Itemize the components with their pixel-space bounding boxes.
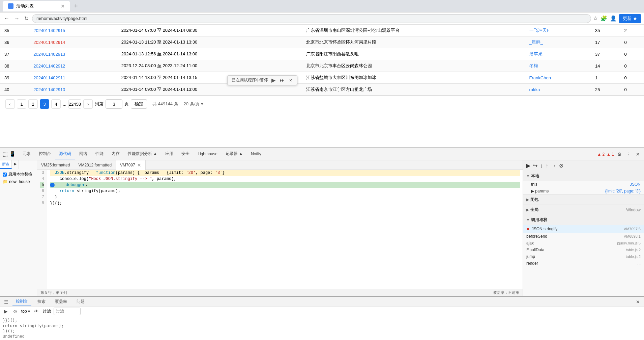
tab-lighthouse[interactable]: Lighthouse: [194, 150, 222, 159]
console-filter-input[interactable]: [54, 308, 81, 315]
author-link[interactable]: 冬梅: [529, 63, 538, 68]
address-bar[interactable]: m/home/activity/page.html: [32, 14, 591, 23]
console-visibility-button[interactable]: 👁: [33, 308, 40, 315]
profile-icon[interactable]: 👤: [610, 15, 617, 22]
author-link[interactable]: 一飞冲天F: [529, 28, 550, 33]
new-tab-button[interactable]: +: [71, 1, 81, 11]
devtools-close-button[interactable]: ✕: [635, 151, 641, 158]
scope-local-header[interactable]: ▼ 本地: [523, 171, 644, 181]
call-stack-item-5[interactable]: render ...: [523, 260, 644, 267]
debug-tooltip: 已在调试程序中暂停 ▶ ⏭ ✕: [227, 75, 297, 85]
tab-sources[interactable]: 源代码: [55, 149, 75, 159]
back-button[interactable]: ←: [3, 14, 11, 23]
page-3-button[interactable]: 3: [40, 99, 49, 109]
table-row: 36 2024011402914 2024-01-13 11:20 至 2024…: [0, 36, 644, 48]
activity-id-link[interactable]: 2024011402915: [33, 28, 65, 33]
step-out-button[interactable]: ↑: [545, 162, 549, 169]
sources-tab-expand[interactable]: ▶: [12, 160, 19, 169]
call-stack-header[interactable]: ▼ 调用堆栈: [523, 215, 644, 225]
activity-id-link[interactable]: 2024011402911: [33, 75, 65, 80]
local-override-checkbox[interactable]: [3, 173, 7, 177]
search-tab[interactable]: 搜索: [34, 297, 49, 306]
page-4-button[interactable]: 4: [51, 99, 61, 109]
active-tab[interactable]: 活动列表 ✕: [3, 1, 70, 11]
devtools-device-icon[interactable]: 📱: [9, 151, 16, 157]
tab-network[interactable]: 网络: [75, 149, 91, 159]
sources-tab-breakpoints[interactable]: 断点: [0, 160, 12, 169]
debug-tooltip-text: 已在调试程序中暂停: [232, 77, 268, 83]
step-button[interactable]: →: [550, 162, 557, 169]
console-sidebar-button[interactable]: ☰: [3, 298, 10, 305]
editor-tabs: VM25:formatted VM2812:formatted VM7097 ✕: [37, 160, 523, 170]
page-confirm-button[interactable]: 确定: [131, 99, 147, 109]
page-1-button[interactable]: 1: [17, 99, 26, 109]
tab-application[interactable]: 应用: [161, 149, 177, 159]
tab-memory[interactable]: 内存: [108, 149, 124, 159]
devtools-more-button[interactable]: ⋮: [625, 151, 633, 158]
folder-label: new_house: [9, 179, 30, 184]
scope-global-header[interactable]: ▶ 全局 Window: [523, 205, 644, 215]
bookmark-icon[interactable]: ☆: [593, 15, 598, 22]
console-pause-button[interactable]: ⊘: [12, 308, 19, 315]
address-text: m/home/activity/page.html: [36, 16, 87, 21]
page-goto-input[interactable]: [106, 99, 122, 109]
refresh-button[interactable]: ↻: [23, 14, 30, 23]
console-tab[interactable]: 控制台: [12, 297, 31, 306]
page-2-button[interactable]: 2: [28, 99, 38, 109]
editor-tab-vm7097[interactable]: VM7097 ✕: [116, 160, 146, 170]
editor-tab-vm25[interactable]: VM25:formatted: [37, 160, 74, 170]
step-into-button[interactable]: ↓: [539, 162, 544, 169]
code-line-7: }: [50, 194, 520, 200]
editor-tab-close-button[interactable]: ✕: [137, 162, 141, 168]
tab-perf-analysis[interactable]: 性能数据分析 ▲: [124, 149, 161, 159]
author-link[interactable]: rakka: [529, 87, 540, 92]
tab-notify[interactable]: Notify: [247, 150, 265, 159]
call-stack-item-4[interactable]: jump table.js:2: [523, 253, 644, 260]
tab-console[interactable]: 控制台: [35, 149, 55, 159]
call-stack-item-0[interactable]: ● JSON.stringify VM7097:5: [523, 225, 644, 233]
call-stack-item-3[interactable]: F.pullData table.js:2: [523, 246, 644, 253]
activity-count2: 0: [620, 60, 644, 72]
author-link[interactable]: 潘苹果: [529, 51, 543, 56]
editor-coverage: 覆盖率：不适用: [493, 290, 519, 295]
issues-tab[interactable]: 问题: [73, 297, 88, 306]
tab-elements[interactable]: 元素: [19, 149, 35, 159]
scope-closure-header[interactable]: ▶ 闭包: [523, 195, 644, 205]
activity-id-link[interactable]: 2024011402910: [33, 87, 65, 92]
code-line-3: JSON.stringify = function(params) { para…: [50, 170, 520, 176]
new-house-folder[interactable]: 📁 new_house: [0, 178, 37, 185]
activity-id-link[interactable]: 2024011402914: [33, 40, 65, 45]
prev-page-button[interactable]: ‹: [5, 99, 15, 109]
call-stack-item-2[interactable]: ajax jquery.min.js:5: [523, 240, 644, 246]
tab-recorder[interactable]: 记录器 ▲: [222, 149, 247, 159]
call-stack-item-1[interactable]: beforeSend VM6898:1: [523, 233, 644, 240]
resume-button[interactable]: ▶: [271, 77, 276, 83]
editor-tab-vm2812[interactable]: VM2812:formatted: [74, 160, 116, 170]
author-link[interactable]: _星畔_: [529, 40, 543, 45]
author-link[interactable]: FrankChen: [529, 75, 551, 80]
extensions-icon[interactable]: 🧩: [601, 15, 607, 22]
close-tooltip-button[interactable]: ✕: [288, 78, 293, 83]
forward-button[interactable]: →: [13, 14, 21, 23]
tab-security[interactable]: 安全: [177, 149, 194, 159]
tab-close-button[interactable]: ✕: [61, 3, 65, 9]
console-close-button[interactable]: ✕: [635, 298, 641, 305]
resume-execution-button[interactable]: ▶: [526, 162, 531, 169]
step-over-button[interactable]: ↪: [532, 162, 538, 169]
coverage-tab[interactable]: 覆盖率: [52, 297, 70, 306]
step-over-button[interactable]: ⏭: [279, 77, 286, 83]
deactivate-breakpoints-button[interactable]: ⊘: [558, 162, 564, 169]
update-button[interactable]: 更新 ★: [619, 14, 641, 23]
console-run-button[interactable]: ▶: [3, 308, 9, 315]
activity-id: 2024011402913: [29, 48, 117, 60]
activity-id-link[interactable]: 2024011402913: [33, 52, 65, 57]
devtools-inspect-icon[interactable]: ⬚: [3, 151, 8, 157]
activity-id-link[interactable]: 2024011402912: [33, 63, 65, 69]
activity-id: 2024011402911: [29, 72, 117, 84]
devtools-settings-button[interactable]: ⚙: [616, 151, 623, 158]
tab-performance[interactable]: 性能: [91, 149, 108, 159]
scope-local-title: 本地: [531, 173, 539, 179]
last-page-button[interactable]: 22458: [68, 99, 81, 109]
next-page-button[interactable]: ›: [83, 99, 93, 109]
local-override-toggle[interactable]: 启用本地替换: [0, 171, 37, 178]
